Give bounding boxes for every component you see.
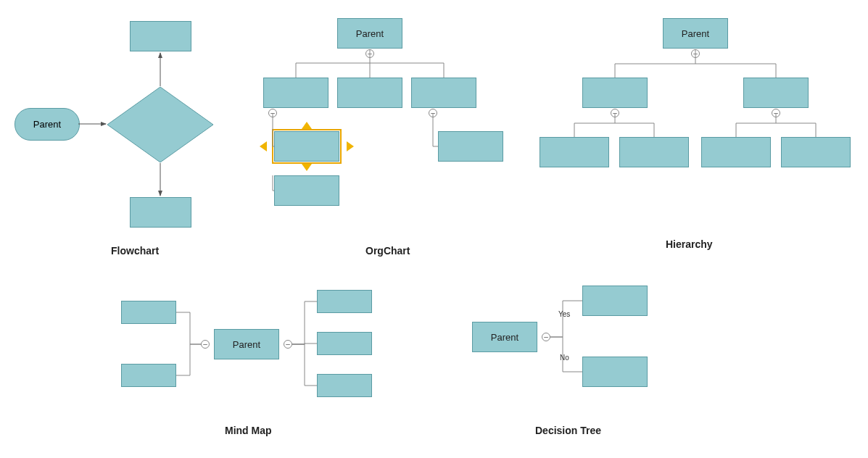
hierarchy-title: Hierarchy [666,238,713,250]
mindmap-title: Mind Map [225,425,272,436]
mindmap-connectors [109,283,399,413]
edge-label-no: No [560,354,569,362]
flowchart-connectors [0,0,254,246]
edge-label-yes: Yes [558,310,570,318]
orgchart-connectors [254,14,515,225]
flowchart-title: Flowchart [111,245,159,257]
decisiontree-connectors [464,275,667,399]
decisiontree-title: Decision Tree [535,425,601,436]
orgchart-title: OrgChart [365,245,410,257]
hierarchy-connectors [529,14,863,174]
